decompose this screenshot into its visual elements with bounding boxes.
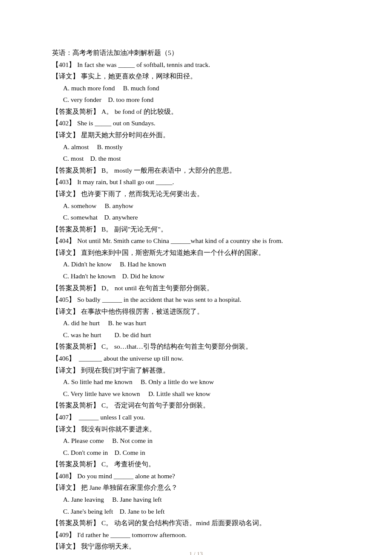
question-option: A. Jane leaving B. Jane having left	[52, 494, 341, 506]
question-translation: 【译文】 到现在我们对宇宙了解甚微。	[52, 364, 341, 376]
question-stem: 【406】 _______ about the universe up till…	[52, 353, 341, 364]
doc-title: 英语：高考考前语法加油冲刺解析题（5）	[52, 47, 341, 59]
question-translation: 【译文】 星期天她大部分时间在外面。	[52, 129, 341, 141]
question-option: C. was he hurt D. be did hurt	[52, 329, 341, 341]
questions-container: 【401】 In fact she was _____ of softball,…	[52, 59, 341, 555]
page-footer: 1 / 13	[0, 549, 392, 555]
question-stem: 【409】 I'd rather he ______ tomorrow afte…	[52, 529, 341, 541]
question-option: C. Jane's being left D. Jane to be left	[52, 506, 341, 517]
question-option: A. almost B. mostly	[52, 141, 341, 153]
question-option: A. Please come B. Not come in	[52, 435, 341, 447]
question-option: A. did he hurt B. he was hurt	[52, 317, 341, 329]
question-stem: 【407】 ______ unless I call you.	[52, 411, 341, 423]
question-translation: 【译文】 我没有叫你就不要进来。	[52, 423, 341, 435]
question-answer: 【答案及简析】 D。 not until 在句首主句要部分倒装。	[52, 282, 341, 294]
question-stem: 【402】 She is _____ out on Sundays.	[52, 117, 341, 129]
question-stem: 【403】 It may rain, but I shall go out __…	[52, 176, 341, 188]
question-option: A. Didn't he know B. Had he known	[52, 258, 341, 270]
question-option: C. most D. the most	[52, 153, 341, 165]
question-option: A. somehow B. anyhow	[52, 200, 341, 212]
question-translation: 【译文】 把 Jane 单独留在家里你介意么？	[52, 482, 341, 494]
question-option: A. much more fond B. much fond	[52, 82, 341, 94]
question-option: C. somewhat D. anywhere	[52, 211, 341, 223]
question-answer: 【答案及简析】 C。 否定词在句首句子要部分倒装。	[52, 399, 341, 411]
question-translation: 【译文】 直到他来到中国，斯密斯先才知道她来自一个什么样的国家。	[52, 247, 341, 259]
question-option: C. Hadn't he known D. Did he know	[52, 270, 341, 282]
question-option: A. So little had me known B. Only a litt…	[52, 376, 341, 388]
question-option: C. Very little have we known D. Little s…	[52, 388, 341, 400]
question-answer: 【答案及简析】 C。 动名词的复合结构作宾语。mind 后面要跟动名词。	[52, 517, 341, 529]
question-answer: 【答案及简析】 B。 mostly 一般用在表语中，大部分的意思。	[52, 165, 341, 176]
question-stem: 【401】 In fact she was _____ of softball,…	[52, 59, 341, 71]
question-answer: 【答案及简析】 A。 be fond of 的比较级。	[52, 106, 341, 118]
question-answer: 【答案及简析】 C。 考查祈使句。	[52, 458, 341, 470]
question-answer: 【答案及简析】 C。 so…that…引导的结构在句首主句要部分倒装。	[52, 341, 341, 353]
question-option: C. very fonder D. too more fond	[52, 94, 341, 106]
question-answer: 【答案及简析】 B。 副词"无论无何"。	[52, 223, 341, 235]
page: 英语：高考考前语法加油冲刺解析题（5） 【401】 In fact she wa…	[0, 0, 392, 555]
question-translation: 【译文】 也许要下雨了，然而我无论无何要出去。	[52, 188, 341, 200]
question-translation: 【译文】 事实上，她更喜欢垒球，网球和田径。	[52, 70, 341, 82]
question-stem: 【404】 Not until Mr. Smith came to China …	[52, 235, 341, 247]
question-translation: 【译文】 在事故中他伤得很厉害，被送进医院了。	[52, 306, 341, 318]
question-stem: 【405】 So badly ______ in the accident th…	[52, 294, 341, 306]
question-option: C. Don't come in D. Come in	[52, 447, 341, 459]
question-stem: 【408】 Do you mind ______ alone at home?	[52, 470, 341, 482]
